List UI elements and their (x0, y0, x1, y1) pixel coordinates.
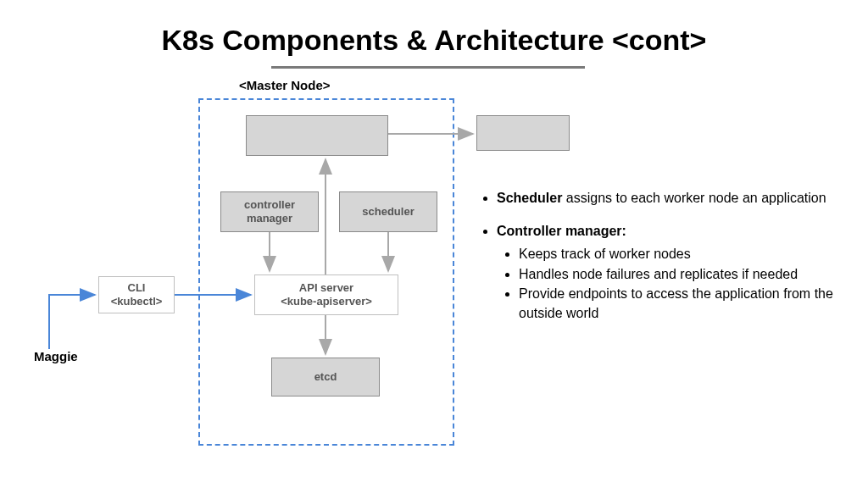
slide-title: K8s Components & Architecture <cont> (0, 24, 868, 57)
cm-item: Handles node failures and replicates if … (519, 264, 851, 284)
scheduler-bold: Scheduler (497, 191, 562, 205)
title-underline (271, 66, 585, 69)
bullet-controller-manager: Controller manager: Keeps track of worke… (497, 221, 851, 323)
api-server-box: API server <kube-apiserver> (254, 274, 398, 315)
user-maggie-label: Maggie (34, 349, 78, 363)
etcd-box: etcd (271, 358, 380, 396)
cli-kubectl-box: CLI <kubectl> (98, 276, 175, 313)
external-component-box (476, 115, 570, 151)
controller-manager-box: controller manager (220, 191, 319, 232)
scheduler-box: scheduler (339, 191, 437, 232)
bullet-scheduler: Scheduler assigns to each worker node an… (497, 188, 851, 208)
unnamed-component-box (246, 115, 388, 156)
master-node-label: <Master Node> (239, 78, 331, 92)
description-bullets: Scheduler assigns to each worker node an… (478, 188, 851, 336)
scheduler-text: assigns to each worker node an applicati… (562, 191, 826, 205)
cm-item: Provide endpoints to access the applicat… (519, 284, 851, 323)
cm-item: Keeps track of worker nodes (519, 244, 851, 263)
cm-bold: Controller manager: (497, 224, 626, 238)
